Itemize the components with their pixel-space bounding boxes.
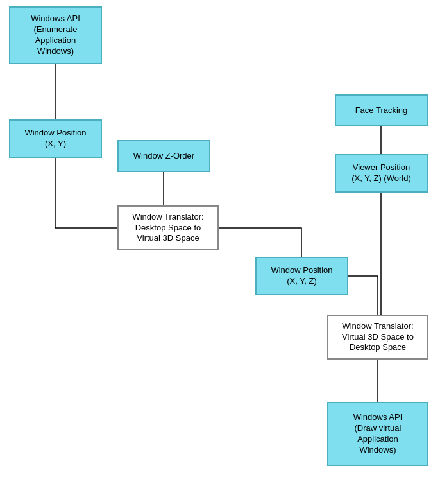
node-window-zorder: Window Z-Order <box>117 140 210 172</box>
node-windows-api-top: Windows API(EnumerateApplicationWindows) <box>9 6 102 64</box>
diagram: Windows API(EnumerateApplicationWindows)… <box>0 0 440 504</box>
node-window-translator-2: Window Translator:Virtual 3D Space toDes… <box>327 315 428 360</box>
node-windows-api-bottom: Windows API(Draw virtualApplicationWindo… <box>327 402 428 466</box>
node-window-position-xy: Window Position(X, Y) <box>9 119 102 158</box>
node-window-translator-1: Window Translator:Desktop Space toVirtua… <box>117 205 219 250</box>
node-face-tracking: Face Tracking <box>335 94 428 126</box>
node-window-position-xyz: Window Position(X, Y, Z) <box>255 257 348 295</box>
node-viewer-position: Viewer Position(X, Y, Z) (World) <box>335 154 428 193</box>
